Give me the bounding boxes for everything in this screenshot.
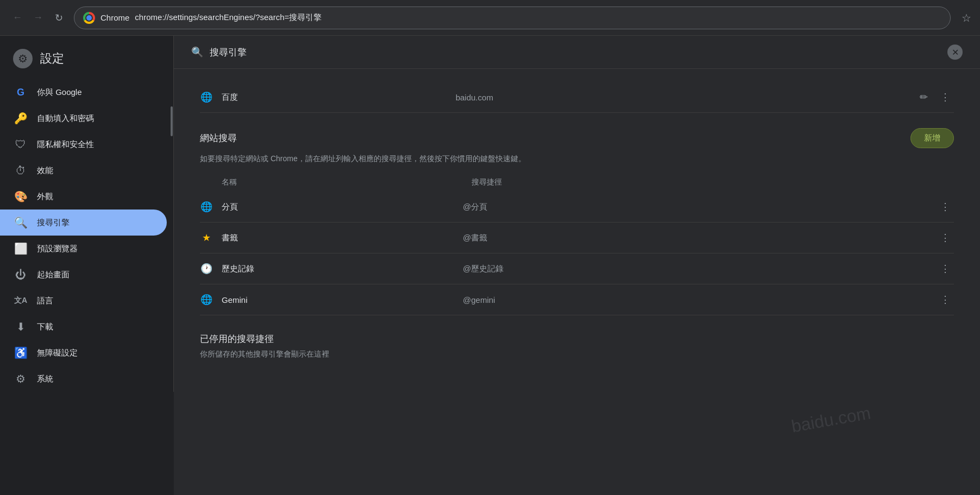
- bookmarks-star-icon: ★: [200, 231, 213, 244]
- sidebar-label-default-browser: 預設瀏覽器: [37, 244, 78, 254]
- search-nav-icon: 🔍: [13, 215, 28, 230]
- tabs-site-row: 🌐 分頁 @分頁 ⋮: [200, 192, 954, 223]
- sidebar-label-appearance: 外觀: [37, 192, 53, 202]
- main-content: 🔍 ✕ 🌐 百度 baidu.com ✏ ⋮ 網站搜尋 新增 如要搜尋特定網站或: [174, 36, 980, 495]
- bookmarks-shortcut: @書籤: [463, 233, 928, 243]
- sidebar-label-language: 語言: [37, 296, 53, 306]
- performance-icon: ⏱: [13, 163, 28, 178]
- baidu-name: 百度: [222, 92, 447, 103]
- nav-buttons: ← → ↻: [9, 9, 67, 27]
- sidebar-item-performance[interactable]: ⏱ 效能: [0, 157, 167, 183]
- back-button[interactable]: ←: [9, 9, 26, 27]
- sidebar-item-google[interactable]: G 你與 Google: [0, 79, 167, 105]
- bookmarks-more-button[interactable]: ⋮: [937, 229, 954, 246]
- system-icon: ⚙: [13, 371, 28, 386]
- settings-logo-icon: ⚙: [13, 49, 33, 68]
- gemini-globe-icon: 🌐: [200, 293, 213, 306]
- sidebar-item-appearance[interactable]: 🎨 外觀: [0, 183, 167, 210]
- tabs-more-button[interactable]: ⋮: [937, 198, 954, 215]
- sidebar-label-search: 搜尋引擎: [37, 218, 70, 228]
- sidebar-label-system: 系統: [37, 374, 53, 384]
- sidebar-item-default-browser[interactable]: ⬜ 預設瀏覽器: [0, 236, 167, 262]
- accessibility-icon: ♿: [13, 345, 28, 360]
- baidu-globe-icon: 🌐: [200, 91, 213, 104]
- sidebar-label-accessibility: 無障礙設定: [37, 348, 78, 358]
- history-clock-icon: 🕐: [200, 262, 213, 275]
- gemini-shortcut: @gemini: [463, 295, 928, 304]
- baidu-watermark: baidu.com: [790, 403, 872, 436]
- sidebar-item-autofill[interactable]: 🔑 自動填入和密碼: [0, 105, 167, 131]
- col-shortcut-header: 搜尋捷徑: [472, 177, 954, 187]
- gemini-more-button[interactable]: ⋮: [937, 291, 954, 308]
- history-more-button[interactable]: ⋮: [937, 260, 954, 277]
- refresh-button[interactable]: ↻: [50, 9, 67, 27]
- site-search-title: 網站搜尋: [200, 132, 237, 144]
- key-icon: 🔑: [13, 111, 28, 126]
- search-clear-button[interactable]: ✕: [947, 45, 963, 60]
- tabs-name: 分頁: [222, 202, 454, 212]
- search-icon: 🔍: [191, 46, 203, 58]
- settings-page-title: 設定: [40, 50, 64, 67]
- sidebar-label-downloads: 下載: [37, 322, 53, 332]
- browser-icon: ⬜: [13, 241, 28, 256]
- baidu-engine-row: 🌐 百度 baidu.com ✏ ⋮: [200, 82, 954, 113]
- sidebar-label-autofill: 自動填入和密碼: [37, 113, 94, 124]
- app-body: ⚙ 設定 G 你與 Google 🔑 自動填入和密碼 🛡 隱私權和安全性 ⏱ 效…: [0, 36, 980, 495]
- sidebar-item-privacy[interactable]: 🛡 隱私權和安全性: [0, 131, 167, 157]
- sidebar-item-search[interactable]: 🔍 搜尋引擎: [0, 210, 167, 236]
- tabs-globe-icon: 🌐: [200, 200, 213, 213]
- appearance-icon: 🎨: [13, 189, 28, 204]
- history-site-row: 🕐 歷史記錄 @歷史記錄 ⋮: [200, 253, 954, 284]
- disabled-section-description: 你所儲存的其他搜尋引擎會顯示在這裡: [200, 350, 954, 359]
- history-shortcut: @歷史記錄: [463, 264, 928, 274]
- content-area: 🌐 百度 baidu.com ✏ ⋮ 網站搜尋 新增 如要搜尋特定網站或 Chr…: [174, 69, 980, 372]
- download-icon: ⬇: [13, 319, 28, 334]
- baidu-url: baidu.com: [456, 93, 906, 102]
- sidebar-header: ⚙ 設定: [0, 42, 173, 79]
- bookmarks-site-row: ★ 書籤 @書籤 ⋮: [200, 223, 954, 253]
- history-name: 歷史記錄: [222, 264, 454, 274]
- sidebar-item-language[interactable]: 文A 語言: [0, 288, 167, 314]
- gemini-name: Gemini: [222, 295, 454, 304]
- sidebar: ⚙ 設定 G 你與 Google 🔑 自動填入和密碼 🛡 隱私權和安全性 ⏱ 效…: [0, 36, 174, 392]
- address-bar[interactable]: Chrome chrome://settings/searchEngines/?…: [74, 7, 951, 29]
- disabled-section-title: 已停用的搜尋捷徑: [200, 333, 954, 345]
- address-url-text: chrome://settings/searchEngines/?search=…: [135, 12, 941, 23]
- baidu-actions: ✏ ⋮: [915, 88, 954, 106]
- sidebar-label-performance: 效能: [37, 166, 53, 176]
- browser-toolbar: ← → ↻ Chrome chrome://settings/searchEng…: [0, 0, 980, 36]
- disabled-section: 已停用的搜尋捷徑 你所儲存的其他搜尋引擎會顯示在這裡: [200, 333, 954, 359]
- settings-search-bar: 🔍 ✕: [174, 36, 980, 69]
- sidebar-item-system[interactable]: ⚙ 系統: [0, 366, 167, 392]
- google-icon: G: [13, 85, 28, 100]
- chrome-app-label: Chrome: [100, 13, 129, 22]
- chrome-logo-icon: [83, 12, 95, 24]
- startup-icon: ⏻: [13, 267, 28, 282]
- shield-icon: 🛡: [13, 137, 28, 152]
- add-site-search-button[interactable]: 新增: [910, 128, 954, 148]
- sidebar-item-downloads[interactable]: ⬇ 下載: [0, 314, 167, 340]
- bookmarks-name: 書籤: [222, 233, 454, 243]
- col-name-header: 名稱: [222, 177, 463, 187]
- site-search-description: 如要搜尋特定網站或 Chrome，請在網址列輸入相應的搜尋捷徑，然後按下你慣用的…: [200, 153, 954, 164]
- tabs-shortcut: @分頁: [463, 202, 928, 212]
- sidebar-label-privacy: 隱私權和安全性: [37, 139, 94, 150]
- bookmark-star-button[interactable]: ☆: [962, 11, 971, 24]
- site-search-section-header: 網站搜尋 新增: [200, 128, 954, 148]
- sidebar-label-startup: 起始畫面: [37, 270, 70, 280]
- forward-button[interactable]: →: [29, 9, 47, 27]
- baidu-edit-button[interactable]: ✏: [915, 88, 932, 106]
- gemini-site-row: 🌐 Gemini @gemini ⋮: [200, 284, 954, 315]
- sidebar-scrollbar[interactable]: [171, 106, 173, 136]
- baidu-more-button[interactable]: ⋮: [937, 88, 954, 106]
- sidebar-label-google: 你與 Google: [37, 87, 82, 98]
- sidebar-item-accessibility[interactable]: ♿ 無障礙設定: [0, 340, 167, 366]
- settings-search-input[interactable]: [210, 47, 941, 58]
- sidebar-wrapper: ⚙ 設定 G 你與 Google 🔑 自動填入和密碼 🛡 隱私權和安全性 ⏱ 效…: [0, 36, 174, 495]
- site-search-table-header: 名稱 搜尋捷徑: [200, 173, 954, 192]
- language-icon: 文A: [13, 293, 28, 308]
- sidebar-item-startup[interactable]: ⏻ 起始畫面: [0, 262, 167, 288]
